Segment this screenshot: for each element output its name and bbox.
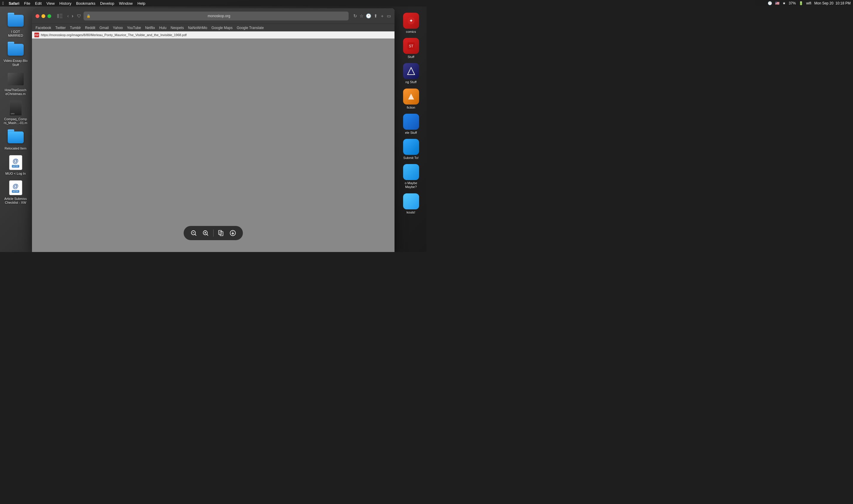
share-button[interactable]: ⬆ (374, 13, 378, 19)
menu-window[interactable]: Window (119, 1, 133, 6)
zoom-in-button[interactable] (200, 228, 211, 238)
icon-label: o Maybe Maybe? (399, 181, 423, 189)
list-item[interactable]: Video-Essay-Blo Stuff (2, 40, 29, 68)
close-button[interactable] (36, 14, 39, 18)
list-item[interactable]: ST Stuff (398, 36, 424, 60)
list-item[interactable]: HowTheGooch eChristmas.m (2, 70, 29, 97)
tabs-button[interactable]: ▭ (387, 13, 391, 19)
bookmark-nanowrimo[interactable]: NaNoWriMo (188, 26, 207, 30)
app-icon (403, 164, 420, 180)
url-text[interactable]: monoskop.org (92, 14, 345, 18)
bookmark-googletranslate[interactable]: Google Translate (237, 26, 264, 30)
movie-icon (7, 71, 24, 87)
list-item[interactable]: 1950 Compaq_Comp rs_Mash...-01.m (2, 98, 29, 126)
bookmark-facebook[interactable]: Facebook (36, 26, 51, 30)
icon-label: HowTheGooch eChristmas.m (3, 88, 28, 96)
list-item[interactable]: ng Stuff (398, 61, 424, 85)
bookmark-neopets[interactable]: Neopets (171, 26, 184, 30)
http-icon: @ HTTP (7, 154, 24, 171)
relocated-item-icon[interactable]: Relocated Item (2, 128, 29, 151)
menu-edit[interactable]: Edit (35, 1, 41, 6)
desktop-icons-left: I GOT MARRIED Video-Essay-Blo Stuff HowT… (0, 9, 31, 208)
svg-rect-5 (57, 14, 59, 18)
menu-develop[interactable]: Develop (100, 1, 114, 6)
bookmark-youtube[interactable]: YouTube (127, 26, 141, 30)
bookmark-reddit[interactable]: Reddit (85, 26, 95, 30)
app-icon (403, 63, 420, 79)
desktop-icons-right: ✦ comics ST Stuff (395, 9, 427, 218)
toolbar-right: ↻ ☆ 🕐 ⬆ ＋ ▭ (353, 13, 391, 19)
minimize-button[interactable] (41, 14, 45, 18)
bookmark-twitter[interactable]: Twitter (55, 26, 66, 30)
maximize-button[interactable] (48, 14, 51, 18)
svg-marker-4 (408, 68, 415, 75)
list-item[interactable]: @ HTTP Article Submiss Checklist - XW (2, 178, 29, 206)
bookmark-googlemaps[interactable]: Google Maps (212, 26, 232, 30)
bookmark-hulu[interactable]: Hulu (159, 26, 166, 30)
bookmark-tumblr[interactable]: Tumblr (70, 26, 81, 30)
pdf-content-area (32, 38, 394, 252)
icon-label: Stuff (408, 55, 414, 59)
traffic-lights (36, 14, 51, 18)
reload-button[interactable]: ↻ (353, 13, 357, 19)
page-view-button[interactable] (216, 228, 227, 238)
toolbar-divider (213, 230, 214, 237)
history-button[interactable]: 🕐 (366, 13, 371, 19)
app-icon: ST (403, 38, 420, 54)
menubar:  Safari File Edit View History Bookmark… (0, 0, 427, 6)
list-item[interactable]: fiction (398, 87, 424, 111)
zoom-out-button[interactable] (189, 228, 199, 238)
menu-history[interactable]: History (59, 1, 71, 6)
icon-label: Relocated Item (5, 147, 26, 150)
bookmark-gmail[interactable]: Gmail (100, 26, 109, 30)
download-button[interactable] (228, 228, 238, 238)
list-item[interactable]: Submit To! (398, 138, 424, 161)
apple-menu[interactable]:  (2, 1, 4, 6)
bookmarks-bar: Facebook Twitter Tumblr Reddit Gmail Yah… (32, 24, 394, 31)
bookmark-netflix[interactable]: Netflix (145, 26, 155, 30)
pdf-url-text: https://monoskop.org/images/8/80/Merleau… (41, 33, 186, 37)
http-icon: @ HTTP (7, 179, 24, 196)
svg-text:ST: ST (409, 44, 413, 48)
svg-line-11 (195, 235, 196, 236)
list-item[interactable]: ✦ comics (398, 11, 424, 35)
app-name[interactable]: Safari (8, 1, 19, 6)
pdf-url-bar: PDF https://monoskop.org/images/8/80/Mer… (32, 31, 394, 38)
pdf-toolbar (184, 226, 243, 240)
new-tab-button[interactable]: ＋ (380, 13, 385, 19)
svg-rect-7 (59, 16, 63, 16)
list-item[interactable]: @ HTTP MUO < Log In (2, 153, 29, 177)
back-button[interactable]: ‹ (66, 13, 70, 19)
folder-icon (7, 13, 24, 29)
list-item[interactable]: o Maybe Maybe? (398, 163, 424, 190)
menu-view[interactable]: View (47, 1, 55, 6)
svg-rect-8 (59, 17, 63, 18)
browser-titlebar: ‹ › 🛡 🔒 monoskop.org ↻ ☆ 🕐 ⬆ ＋ ▭ (32, 8, 394, 24)
list-item[interactable]: kouts! (398, 192, 424, 216)
forward-button[interactable]: › (71, 13, 74, 19)
pdf-icon: PDF (34, 33, 39, 37)
bookmark-yahoo[interactable]: Yahoo (113, 26, 123, 30)
menu-help[interactable]: Help (138, 1, 145, 6)
app-icon (403, 139, 420, 155)
list-item[interactable]: I GOT MARRIED (2, 11, 29, 39)
address-bar[interactable]: 🔒 monoskop.org (84, 12, 349, 20)
desktop: I GOT MARRIED Video-Essay-Blo Stuff HowT… (0, 0, 427, 252)
folder-icon (7, 41, 24, 58)
browser-window: ‹ › 🛡 🔒 monoskop.org ↻ ☆ 🕐 ⬆ ＋ ▭ Faceboo… (32, 8, 394, 252)
list-item[interactable]: ele Stuff (398, 112, 424, 136)
sidebar-toggle-button[interactable] (56, 13, 64, 19)
icon-label: I GOT MARRIED (3, 30, 28, 38)
icon-label: Submit To! (403, 156, 419, 160)
menu-bookmarks[interactable]: Bookmarks (76, 1, 95, 6)
app-icon (403, 88, 420, 105)
menubar-left:  Safari File Edit View History Bookmark… (2, 1, 145, 6)
icon-label: comics (406, 30, 416, 34)
app-icon (403, 113, 420, 130)
nav-buttons: ‹ › (66, 13, 75, 19)
shield-icon: 🛡 (77, 14, 81, 18)
menu-file[interactable]: File (24, 1, 30, 6)
icon-label: fiction (407, 106, 415, 110)
icon-label: MUO < Log In (5, 172, 26, 176)
bookmark-button[interactable]: ☆ (359, 13, 363, 19)
